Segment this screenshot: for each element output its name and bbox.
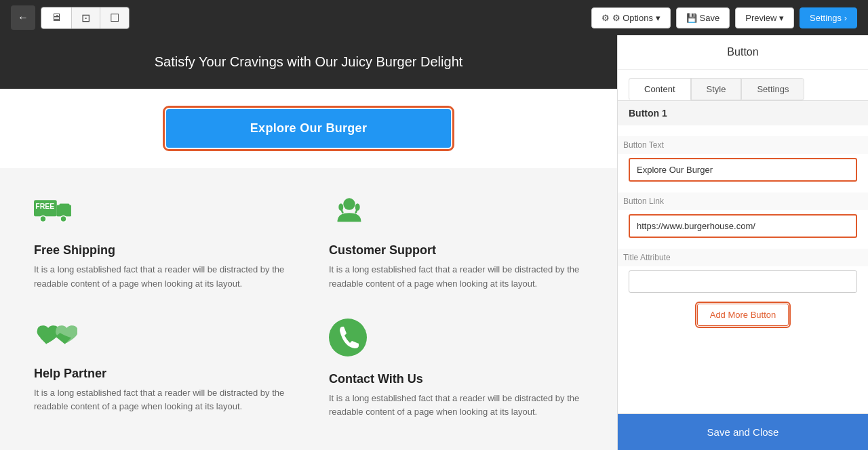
- svg-point-8: [338, 203, 343, 210]
- toolbar-left: ← 🖥 ⊡ ☐: [11, 5, 130, 30]
- device-buttons: 🖥 ⊡ ☐: [41, 7, 130, 29]
- contact-icon: [329, 319, 583, 364]
- desktop-device-button[interactable]: 🖥: [41, 7, 72, 28]
- svg-rect-4: [60, 203, 70, 211]
- button-text-input[interactable]: [629, 158, 857, 182]
- svg-text:FREE: FREE: [35, 202, 54, 210]
- tab-style[interactable]: Style: [691, 78, 742, 100]
- options-button[interactable]: ⚙ ⚙ Options ▾: [591, 7, 671, 28]
- svg-point-7: [343, 198, 355, 209]
- feature-title-shipping: Free Shipping: [34, 243, 288, 258]
- button-text-row: 1 →: [629, 158, 857, 182]
- button-text-group: Button Text 1 →: [629, 136, 857, 182]
- explore-button-label: Explore Our Burger: [250, 121, 367, 135]
- svg-point-9: [355, 203, 360, 210]
- hero-cta: Explore Our Burger: [0, 89, 617, 168]
- main-layout: Satisfy Your Cravings with Our Juicy Bur…: [0, 35, 868, 450]
- page-content: Satisfy Your Cravings with Our Juicy Bur…: [0, 35, 617, 447]
- title-attr-input[interactable]: [629, 270, 857, 293]
- customer-support-icon: [329, 195, 583, 235]
- features-grid: FREE Free Shipping It is a long establis…: [0, 168, 617, 447]
- add-more-row: 3 → Add More Button: [629, 304, 857, 326]
- save-close-button[interactable]: Save and Close: [618, 414, 868, 450]
- tab-settings[interactable]: Settings: [741, 78, 804, 100]
- right-panel: Button Content Style Settings Button 1 B…: [617, 35, 868, 450]
- mobile-device-button[interactable]: ☐: [100, 7, 129, 28]
- button-link-input[interactable]: [629, 214, 857, 238]
- preview-label: Preview ▾: [745, 13, 784, 23]
- feature-item-partner: Help Partner It is a long established fa…: [14, 305, 309, 434]
- canvas-area: Satisfy Your Cravings with Our Juicy Bur…: [0, 35, 617, 450]
- save-button[interactable]: 💾 Save: [676, 7, 730, 28]
- button-text-label: Button Text: [618, 136, 868, 154]
- panel-body: Button 1 Button Text 1 → Button Link 2: [618, 101, 868, 413]
- save-icon: 💾: [686, 13, 697, 23]
- svg-point-6: [60, 216, 66, 222]
- feature-item-support: Customer Support It is a long establishe…: [309, 182, 604, 305]
- hero-banner: Satisfy Your Cravings with Our Juicy Bur…: [0, 35, 617, 89]
- save-close-label: Save and Close: [707, 426, 779, 438]
- feature-title-partner: Help Partner: [34, 367, 288, 381]
- preview-button[interactable]: Preview ▾: [735, 7, 794, 28]
- feature-desc-support: It is a long established fact that a rea…: [329, 263, 583, 291]
- title-attr-group: Title Attribute: [629, 249, 857, 293]
- top-toolbar: ← 🖥 ⊡ ☐ ⚙ ⚙ Options ▾ 💾 Save Preview ▾ S…: [0, 0, 868, 35]
- explore-button[interactable]: Explore Our Burger: [166, 109, 451, 148]
- back-button[interactable]: ←: [11, 5, 35, 30]
- help-partner-icon: [34, 319, 288, 359]
- feature-desc-shipping: It is a long established fact that a rea…: [34, 263, 288, 291]
- toolbar-right: ⚙ ⚙ Options ▾ 💾 Save Preview ▾ Settings …: [591, 7, 857, 28]
- panel-footer: Save and Close: [618, 413, 868, 450]
- settings-button[interactable]: Settings ›: [800, 7, 857, 28]
- button-link-label: Button Link: [618, 192, 868, 210]
- panel-tabs: Content Style Settings: [618, 70, 868, 101]
- tab-content[interactable]: Content: [629, 78, 691, 100]
- hero-text: Satisfy Your Cravings with Our Juicy Bur…: [155, 54, 463, 69]
- options-label: ⚙ Options ▾: [612, 13, 660, 23]
- feature-item-contact: Contact With Us It is a long established…: [309, 305, 604, 434]
- free-shipping-icon: FREE: [34, 195, 288, 235]
- button-link-group: Button Link 2 →: [629, 192, 857, 238]
- gear-icon: ⚙: [601, 13, 610, 23]
- feature-title-support: Customer Support: [329, 243, 583, 258]
- settings-label: Settings ›: [810, 13, 847, 23]
- button-link-row: 2 →: [629, 214, 857, 238]
- title-attr-label: Title Attribute: [618, 249, 868, 266]
- feature-item-shipping: FREE Free Shipping It is a long establis…: [14, 182, 309, 305]
- add-more-button[interactable]: Add More Button: [697, 304, 789, 326]
- feature-title-contact: Contact With Us: [329, 372, 583, 386]
- section-header: Button 1: [618, 101, 868, 125]
- svg-point-5: [40, 216, 46, 222]
- tablet-device-button[interactable]: ⊡: [72, 7, 100, 28]
- panel-title: Button: [618, 35, 868, 70]
- add-more-label: Add More Button: [710, 310, 776, 320]
- svg-point-10: [329, 319, 367, 356]
- feature-desc-contact: It is a long established fact that a rea…: [329, 392, 583, 420]
- feature-desc-partner: It is a long established fact that a rea…: [34, 386, 288, 415]
- back-icon: ←: [18, 12, 28, 24]
- save-label: Save: [700, 13, 720, 23]
